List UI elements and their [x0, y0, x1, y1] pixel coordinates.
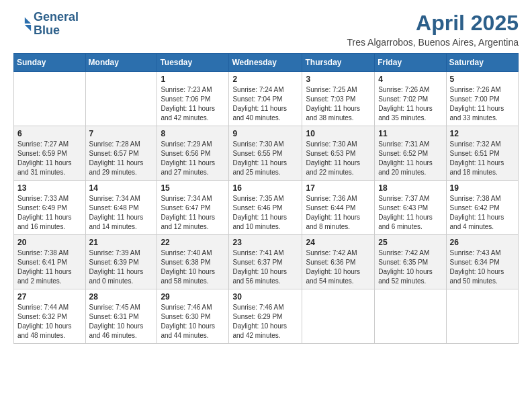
logo-text: General Blue: [34, 11, 79, 38]
col-header-friday: Friday: [375, 54, 446, 72]
day-number: 26: [450, 238, 515, 247]
day-info: Sunrise: 7:29 AM Sunset: 6:56 PM Dayligh…: [161, 140, 225, 177]
day-cell: [302, 289, 375, 344]
main-title: April 2025: [347, 11, 519, 36]
day-number: 7: [89, 129, 154, 138]
day-number: 13: [17, 183, 82, 193]
day-cell: 19Sunrise: 7:38 AM Sunset: 6:42 PM Dayli…: [446, 181, 518, 235]
day-info: Sunrise: 7:44 AM Sunset: 6:32 PM Dayligh…: [17, 303, 82, 340]
day-cell: 12Sunrise: 7:32 AM Sunset: 6:51 PM Dayli…: [446, 126, 518, 181]
day-number: 24: [306, 238, 371, 247]
svg-rect-0: [13, 15, 32, 34]
day-cell: [375, 289, 446, 344]
day-info: Sunrise: 7:32 AM Sunset: 6:51 PM Dayligh…: [450, 140, 515, 177]
day-number: 12: [450, 129, 515, 138]
day-info: Sunrise: 7:25 AM Sunset: 7:03 PM Dayligh…: [306, 85, 371, 123]
day-cell: [14, 72, 86, 126]
day-info: Sunrise: 7:42 AM Sunset: 6:36 PM Dayligh…: [306, 248, 371, 286]
day-info: Sunrise: 7:38 AM Sunset: 6:41 PM Dayligh…: [17, 248, 82, 286]
day-info: Sunrise: 7:36 AM Sunset: 6:44 PM Dayligh…: [306, 194, 371, 232]
day-cell: 16Sunrise: 7:35 AM Sunset: 6:46 PM Dayli…: [229, 181, 302, 235]
day-cell: 25Sunrise: 7:42 AM Sunset: 6:35 PM Dayli…: [375, 235, 446, 289]
col-header-tuesday: Tuesday: [157, 54, 229, 72]
day-number: 22: [161, 238, 225, 247]
day-info: Sunrise: 7:46 AM Sunset: 6:30 PM Dayligh…: [161, 303, 225, 340]
logo-line2: Blue: [34, 24, 79, 38]
day-number: 25: [378, 238, 442, 247]
day-cell: 9Sunrise: 7:30 AM Sunset: 6:55 PM Daylig…: [229, 126, 302, 181]
day-cell: 2Sunrise: 7:24 AM Sunset: 7:04 PM Daylig…: [229, 72, 302, 126]
day-number: 16: [232, 183, 298, 193]
day-info: Sunrise: 7:42 AM Sunset: 6:35 PM Dayligh…: [378, 248, 442, 286]
col-header-thursday: Thursday: [302, 54, 375, 72]
day-info: Sunrise: 7:41 AM Sunset: 6:37 PM Dayligh…: [232, 248, 298, 286]
day-cell: 7Sunrise: 7:28 AM Sunset: 6:57 PM Daylig…: [85, 126, 157, 181]
week-row-2: 6Sunrise: 7:27 AM Sunset: 6:59 PM Daylig…: [14, 126, 519, 181]
day-cell: 6Sunrise: 7:27 AM Sunset: 6:59 PM Daylig…: [14, 126, 86, 181]
day-cell: 10Sunrise: 7:30 AM Sunset: 6:53 PM Dayli…: [302, 126, 375, 181]
day-number: 27: [17, 292, 82, 302]
day-number: 23: [232, 238, 298, 247]
day-number: 20: [17, 238, 82, 247]
day-number: 18: [378, 183, 442, 193]
day-number: 14: [89, 183, 154, 193]
day-info: Sunrise: 7:27 AM Sunset: 6:59 PM Dayligh…: [17, 140, 82, 177]
day-number: 4: [378, 75, 442, 84]
day-info: Sunrise: 7:28 AM Sunset: 6:57 PM Dayligh…: [89, 140, 154, 177]
day-cell: 8Sunrise: 7:29 AM Sunset: 6:56 PM Daylig…: [157, 126, 229, 181]
day-info: Sunrise: 7:46 AM Sunset: 6:29 PM Dayligh…: [232, 303, 298, 340]
col-header-sunday: Sunday: [14, 54, 86, 72]
day-number: 28: [89, 292, 154, 302]
day-cell: 14Sunrise: 7:34 AM Sunset: 6:48 PM Dayli…: [85, 181, 157, 235]
day-info: Sunrise: 7:38 AM Sunset: 6:42 PM Dayligh…: [450, 194, 515, 232]
day-number: 29: [161, 292, 225, 302]
logo-line1: General: [34, 11, 79, 24]
day-number: 21: [89, 238, 154, 247]
day-info: Sunrise: 7:31 AM Sunset: 6:52 PM Dayligh…: [378, 140, 442, 177]
logo-icon: [13, 15, 32, 34]
day-number: 1: [161, 75, 225, 84]
day-number: 11: [378, 129, 442, 138]
day-info: Sunrise: 7:39 AM Sunset: 6:39 PM Dayligh…: [89, 248, 154, 286]
day-cell: 1Sunrise: 7:23 AM Sunset: 7:06 PM Daylig…: [157, 72, 229, 126]
day-number: 6: [17, 129, 82, 138]
day-cell: 11Sunrise: 7:31 AM Sunset: 6:52 PM Dayli…: [375, 126, 446, 181]
day-number: 8: [161, 129, 225, 138]
day-info: Sunrise: 7:34 AM Sunset: 6:48 PM Dayligh…: [89, 194, 154, 232]
day-info: Sunrise: 7:33 AM Sunset: 6:49 PM Dayligh…: [17, 194, 82, 232]
day-info: Sunrise: 7:40 AM Sunset: 6:38 PM Dayligh…: [161, 248, 225, 286]
day-cell: 27Sunrise: 7:44 AM Sunset: 6:32 PM Dayli…: [14, 289, 86, 344]
day-number: 10: [306, 129, 371, 138]
week-row-1: 1Sunrise: 7:23 AM Sunset: 7:06 PM Daylig…: [14, 72, 519, 126]
day-cell: 30Sunrise: 7:46 AM Sunset: 6:29 PM Dayli…: [229, 289, 302, 344]
day-number: 15: [161, 183, 225, 193]
page: General Blue April 2025 Tres Algarrobos,…: [0, 0, 532, 355]
day-info: Sunrise: 7:30 AM Sunset: 6:55 PM Dayligh…: [232, 140, 298, 177]
calendar-header-row: SundayMondayTuesdayWednesdayThursdayFrid…: [14, 54, 519, 72]
day-number: 3: [306, 75, 371, 84]
col-header-monday: Monday: [85, 54, 157, 72]
day-info: Sunrise: 7:45 AM Sunset: 6:31 PM Dayligh…: [89, 303, 154, 340]
day-cell: [85, 72, 157, 126]
day-cell: 21Sunrise: 7:39 AM Sunset: 6:39 PM Dayli…: [85, 235, 157, 289]
week-row-4: 20Sunrise: 7:38 AM Sunset: 6:41 PM Dayli…: [14, 235, 519, 289]
day-info: Sunrise: 7:24 AM Sunset: 7:04 PM Dayligh…: [232, 85, 298, 123]
day-cell: 28Sunrise: 7:45 AM Sunset: 6:31 PM Dayli…: [85, 289, 157, 344]
day-info: Sunrise: 7:34 AM Sunset: 6:47 PM Dayligh…: [161, 194, 225, 232]
day-info: Sunrise: 7:26 AM Sunset: 7:00 PM Dayligh…: [450, 85, 515, 123]
day-number: 5: [450, 75, 515, 84]
day-cell: 26Sunrise: 7:43 AM Sunset: 6:34 PM Dayli…: [446, 235, 518, 289]
col-header-saturday: Saturday: [446, 54, 518, 72]
day-number: 2: [232, 75, 298, 84]
day-cell: 3Sunrise: 7:25 AM Sunset: 7:03 PM Daylig…: [302, 72, 375, 126]
day-info: Sunrise: 7:30 AM Sunset: 6:53 PM Dayligh…: [306, 140, 371, 177]
day-info: Sunrise: 7:26 AM Sunset: 7:02 PM Dayligh…: [378, 85, 442, 123]
logo: General Blue: [13, 11, 79, 38]
day-cell: 20Sunrise: 7:38 AM Sunset: 6:41 PM Dayli…: [14, 235, 86, 289]
col-header-wednesday: Wednesday: [229, 54, 302, 72]
day-info: Sunrise: 7:37 AM Sunset: 6:43 PM Dayligh…: [378, 194, 442, 232]
day-cell: 29Sunrise: 7:46 AM Sunset: 6:30 PM Dayli…: [157, 289, 229, 344]
day-cell: 15Sunrise: 7:34 AM Sunset: 6:47 PM Dayli…: [157, 181, 229, 235]
day-number: 19: [450, 183, 515, 193]
subtitle: Tres Algarrobos, Buenos Aires, Argentina: [347, 37, 519, 48]
